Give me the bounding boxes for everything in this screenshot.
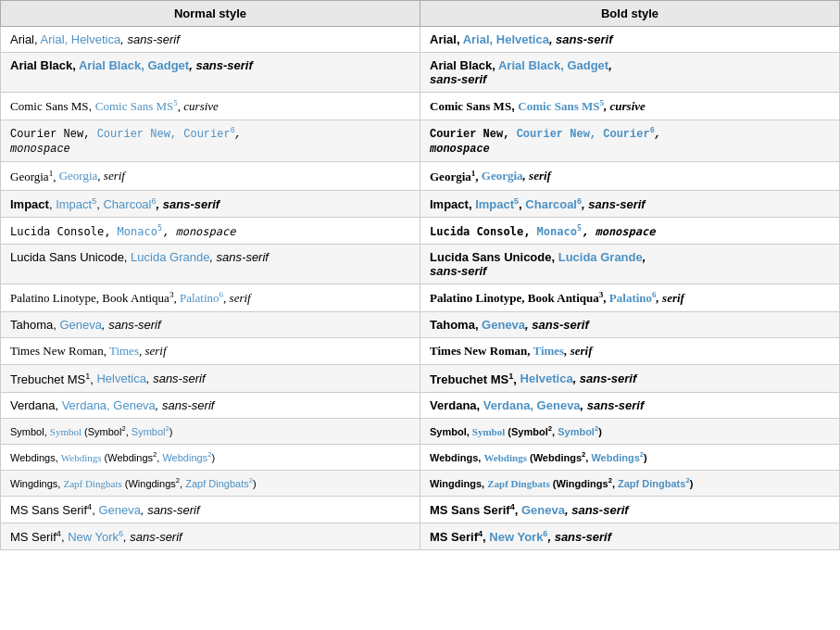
normal-cell: Impact, Impact5, Charcoal6, sans-serif — [1, 190, 420, 217]
bold-cell: Palatino Linotype, Book Antiqua3, Palati… — [420, 284, 840, 311]
bold-cell: Courier New, Courier New, Courier6,monos… — [420, 120, 840, 162]
font-label: Arial, — [10, 32, 41, 46]
bold-cell: Arial Black, Arial Black, Gadget,sans-se… — [420, 53, 840, 93]
table-row: Verdana, Verdana, Geneva, sans-serif Ver… — [1, 392, 840, 418]
bold-cell: Trebuchet MS1, Helvetica, sans-serif — [420, 365, 840, 392]
bold-cell: Lucida Console, Monaco5, monospace — [420, 217, 840, 244]
table-row: Webdings, Webdings (Webdings2, Webdings2… — [1, 444, 840, 470]
bold-cell: Arial, Arial, Helvetica, sans-serif — [420, 27, 840, 53]
normal-cell: Lucida Sans Unicode, Lucida Grande, sans… — [1, 244, 420, 284]
table-row: Trebuchet MS1, Helvetica, sans-serif Tre… — [1, 365, 840, 392]
normal-cell: Tahoma, Geneva, sans-serif — [1, 312, 420, 338]
normal-cell: Arial, Arial, Helvetica, sans-serif — [1, 27, 420, 53]
table-row: Symbol, Symbol (Symbol2, Symbol2) Symbol… — [1, 418, 840, 444]
table-row: Comic Sans MS, Comic Sans MS5, cursive C… — [1, 93, 840, 120]
normal-cell: Comic Sans MS, Comic Sans MS5, cursive — [1, 93, 420, 120]
table-row: Tahoma, Geneva, sans-serif Tahoma, Genev… — [1, 312, 840, 338]
bold-cell: Symbol, Symbol (Symbol2, Symbol2) — [420, 418, 840, 444]
table-row: Palatino Linotype, Book Antiqua3, Palati… — [1, 284, 840, 311]
bold-cell: Comic Sans MS, Comic Sans MS5, cursive — [420, 93, 840, 120]
table-row: Lucida Console, Monaco5, monospace Lucid… — [1, 217, 840, 244]
normal-cell: Georgia1, Georgia, serif — [1, 162, 420, 190]
table-row: Wingdings, Zapf Dingbats (Wingdings2, Za… — [1, 470, 840, 496]
header-normal: Normal style — [1, 1, 420, 27]
normal-cell: Lucida Console, Monaco5, monospace — [1, 217, 420, 244]
bold-cell: Tahoma, Geneva, sans-serif — [420, 312, 840, 338]
normal-cell: Verdana, Verdana, Geneva, sans-serif — [1, 392, 420, 418]
normal-cell: Palatino Linotype, Book Antiqua3, Palati… — [1, 284, 420, 311]
table-row: MS Sans Serif4, Geneva, sans-serif MS Sa… — [1, 496, 840, 523]
font-comparison-table: Normal style Bold style Arial, Arial, He… — [0, 0, 840, 550]
bold-cell: Webdings, Webdings (Webdings2, Webdings2… — [420, 444, 840, 470]
normal-cell: Webdings, Webdings (Webdings2, Webdings2… — [1, 444, 420, 470]
normal-cell: Trebuchet MS1, Helvetica, sans-serif — [1, 365, 420, 392]
header-bold: Bold style — [420, 1, 840, 27]
bold-cell: MS Serif4, New York6, sans-serif — [420, 523, 840, 549]
normal-cell: Symbol, Symbol (Symbol2, Symbol2) — [1, 418, 420, 444]
bold-cell: Wingdings, Zapf Dingbats (Wingdings2, Za… — [420, 470, 840, 496]
table-row: Arial Black, Arial Black, Gadget, sans-s… — [1, 53, 840, 93]
table-row: Arial, Arial, Helvetica, sans-serif Aria… — [1, 27, 840, 53]
normal-cell: Courier New, Courier New, Courier6,monos… — [1, 120, 420, 162]
bold-cell: MS Sans Serif4, Geneva, sans-serif — [420, 496, 840, 523]
normal-cell: Arial Black, Arial Black, Gadget, sans-s… — [1, 53, 420, 93]
table-row: Courier New, Courier New, Courier6,monos… — [1, 120, 840, 162]
normal-cell: Times New Roman, Times, serif — [1, 338, 420, 365]
table-row: Lucida Sans Unicode, Lucida Grande, sans… — [1, 244, 840, 284]
bold-cell: Verdana, Verdana, Geneva, sans-serif — [420, 392, 840, 418]
bold-cell: Lucida Sans Unicode, Lucida Grande,sans-… — [420, 244, 840, 284]
normal-cell: MS Sans Serif4, Geneva, sans-serif — [1, 496, 420, 523]
table-row: Georgia1, Georgia, serif Georgia1, Georg… — [1, 162, 840, 190]
table-row: Times New Roman, Times, serif Times New … — [1, 338, 840, 365]
table-row: Impact, Impact5, Charcoal6, sans-serif I… — [1, 190, 840, 217]
bold-cell: Times New Roman, Times, serif — [420, 338, 840, 365]
normal-cell: MS Serif4, New York6, sans-serif — [1, 523, 420, 549]
table-row: MS Serif4, New York6, sans-serif MS Seri… — [1, 523, 840, 549]
bold-cell: Georgia1, Georgia, serif — [420, 162, 840, 190]
bold-cell: Impact, Impact5, Charcoal6, sans-serif — [420, 190, 840, 217]
normal-cell: Wingdings, Zapf Dingbats (Wingdings2, Za… — [1, 470, 420, 496]
